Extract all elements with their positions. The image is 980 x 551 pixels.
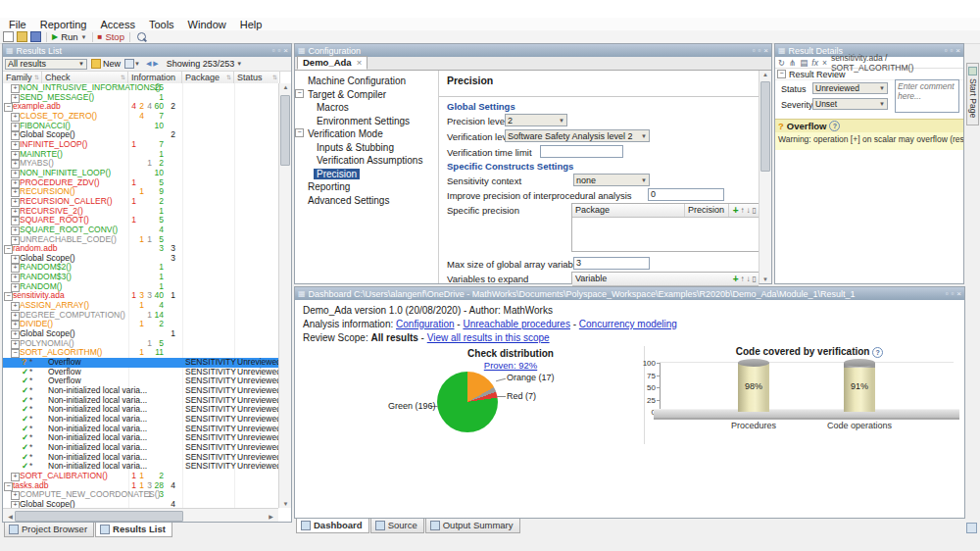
tree-expander-icon[interactable]: +	[11, 188, 20, 197]
maximize-icon[interactable]: ▫	[951, 289, 954, 298]
tree-expander-icon[interactable]: +	[11, 302, 20, 311]
fx-icon[interactable]: fx	[811, 58, 818, 68]
column-header-package[interactable]: Package⇅	[182, 72, 234, 83]
menu-item-help[interactable]: Help	[233, 19, 270, 30]
column-header-information[interactable]: Information⇅	[128, 72, 182, 83]
delete-row-icon[interactable]: ▯	[753, 275, 757, 284]
help-icon[interactable]: ?	[829, 121, 840, 131]
collapse-icon[interactable]: −	[777, 70, 786, 78]
column-header-family[interactable]: Family⇅	[3, 72, 42, 83]
stop-button[interactable]: Stop	[105, 31, 124, 42]
config-tree-item-environment-settings[interactable]: Environment Settings	[295, 115, 438, 128]
link-concurrency-modeling[interactable]: Concurrency modeling	[579, 319, 677, 329]
tree-expander-icon[interactable]: +	[11, 217, 20, 225]
tree-expander-icon[interactable]: +	[11, 170, 20, 178]
column-header-check[interactable]: Check⇅	[42, 72, 128, 83]
export-icon[interactable]: ↓	[747, 275, 751, 284]
prev-result-icon[interactable]: ◀	[146, 60, 151, 68]
tree-expander-icon[interactable]: +	[11, 131, 20, 140]
tab-dashboard[interactable]: Dashboard	[296, 519, 369, 533]
menu-item-access[interactable]: Access	[93, 19, 141, 30]
results-horizontal-scrollbar[interactable]: ◀ ▶	[3, 508, 278, 522]
tree-expander-icon[interactable]: +	[11, 264, 20, 273]
status-select[interactable]: Unreviewed▼	[812, 82, 888, 94]
max-size-input[interactable]: 3	[573, 257, 650, 270]
maximize-icon[interactable]: ▫	[277, 46, 280, 55]
open-editor-icon[interactable]: ▤	[800, 58, 808, 68]
undock-icon[interactable]: ▫	[946, 289, 949, 298]
run-dropdown-icon[interactable]: ▼	[81, 34, 87, 40]
search-icon[interactable]	[137, 32, 146, 41]
sort-icon[interactable]: ⇅	[226, 72, 231, 83]
tab-demo-ada[interactable]: Demo_Ada ×	[297, 56, 368, 70]
config-tree-item-macros[interactable]: Macros	[295, 101, 438, 115]
sort-icon[interactable]: ⇅	[272, 72, 277, 83]
results-vertical-scrollbar[interactable]: ▲ ▼	[278, 83, 291, 508]
new-button[interactable]: New	[103, 59, 121, 69]
menu-item-window[interactable]: Window	[181, 19, 233, 30]
tree-expander-icon[interactable]: +	[11, 501, 20, 508]
results-filter-combo[interactable]: All results▼	[5, 59, 87, 70]
tree-expander-icon[interactable]: +	[11, 340, 20, 349]
sensitivity-context-select[interactable]: none▼	[573, 174, 650, 186]
tree-expander-icon[interactable]: +	[11, 226, 20, 235]
tree-expander-icon[interactable]: +	[11, 151, 20, 160]
delete-row-icon[interactable]: ▯	[753, 206, 757, 216]
tree-expander-icon[interactable]: +	[11, 321, 20, 329]
showing-count[interactable]: Showing 253/253	[167, 59, 235, 69]
help-icon[interactable]: ?	[872, 347, 883, 358]
call-graph-icon[interactable]: ⋔	[789, 58, 796, 68]
tree-expander-icon[interactable]: −	[4, 292, 13, 301]
tree-expander-icon[interactable]: −	[4, 482, 13, 491]
tree-expander-icon[interactable]: +	[11, 491, 20, 500]
tree-expander-icon[interactable]: +	[11, 179, 20, 188]
config-tree-item-target-compiler[interactable]: −Target & Compiler	[295, 88, 438, 102]
tree-expander-icon[interactable]: −	[11, 349, 20, 358]
precision-level-select[interactable]: 2▼	[505, 114, 567, 126]
refresh-icon[interactable]: ↻	[778, 58, 785, 68]
comment-box[interactable]: Enter comment here...	[895, 79, 959, 113]
config-tree-item-advanced-settings[interactable]: Advanced Settings	[295, 194, 438, 208]
tree-expander-icon[interactable]: +	[11, 208, 20, 217]
open-icon[interactable]	[17, 31, 27, 42]
export-icon[interactable]: ↓	[747, 206, 751, 216]
column-variable[interactable]: Variable	[572, 273, 721, 285]
save-icon[interactable]	[30, 31, 41, 42]
config-tree-item-precision[interactable]: Precision	[295, 168, 438, 181]
column-header-status[interactable]: Status⇅	[234, 72, 280, 83]
tree-expander-icon[interactable]: +	[11, 198, 20, 207]
tree-expander-icon[interactable]: +	[11, 312, 20, 321]
import-icon[interactable]: ↑	[741, 275, 745, 284]
layout-grid-icon[interactable]	[124, 59, 134, 69]
link-configuration[interactable]: Configuration	[396, 319, 454, 329]
tree-expander-icon[interactable]: +	[11, 274, 20, 282]
import-icon[interactable]: ↑	[741, 206, 745, 216]
tree-expander-icon[interactable]: −	[4, 103, 13, 112]
maximize-icon[interactable]: ▫	[758, 46, 760, 55]
config-tree-item-verification-mode[interactable]: −Verification Mode	[295, 127, 438, 141]
menu-item-tools[interactable]: Tools	[142, 19, 181, 30]
tree-expander-icon[interactable]: −	[295, 128, 304, 137]
tree-expander-icon[interactable]: +	[11, 330, 20, 339]
tree-expander-icon[interactable]: −	[4, 245, 13, 254]
tree-row[interactable]: +Global Scope()4	[3, 500, 278, 508]
run-button[interactable]: Run	[61, 31, 77, 42]
tab-close-icon[interactable]: ×	[357, 57, 363, 68]
config-tree-item-verification-assumptions[interactable]: Verification Assumptions	[295, 154, 438, 168]
tree-expander-icon[interactable]: +	[11, 141, 20, 150]
next-result-icon[interactable]: ▶	[153, 60, 158, 68]
time-limit-input[interactable]	[540, 145, 623, 158]
new-file-icon[interactable]	[3, 31, 14, 42]
config-tree-item-inputs-stubbing[interactable]: Inputs & Stubbing	[295, 141, 438, 155]
menu-item-reporting[interactable]: Reporting	[33, 19, 94, 30]
tab-project-browser[interactable]: Project Browser	[4, 523, 94, 537]
config-tree-item-machine-configuration[interactable]: Machine Configuration	[295, 75, 438, 88]
tree-expander-icon[interactable]: +	[11, 255, 20, 264]
clear-icon[interactable]: ×	[822, 58, 827, 68]
link-unreachable-procedures[interactable]: Unreachable procedures	[463, 319, 570, 329]
tab-results-list[interactable]: Results List	[95, 523, 172, 537]
tab-start-page[interactable]: Start Page	[966, 63, 979, 125]
tree-expander-icon[interactable]: +	[11, 123, 20, 131]
tree-expander-icon[interactable]: −	[295, 89, 304, 98]
close-icon[interactable]: ×	[763, 46, 768, 55]
